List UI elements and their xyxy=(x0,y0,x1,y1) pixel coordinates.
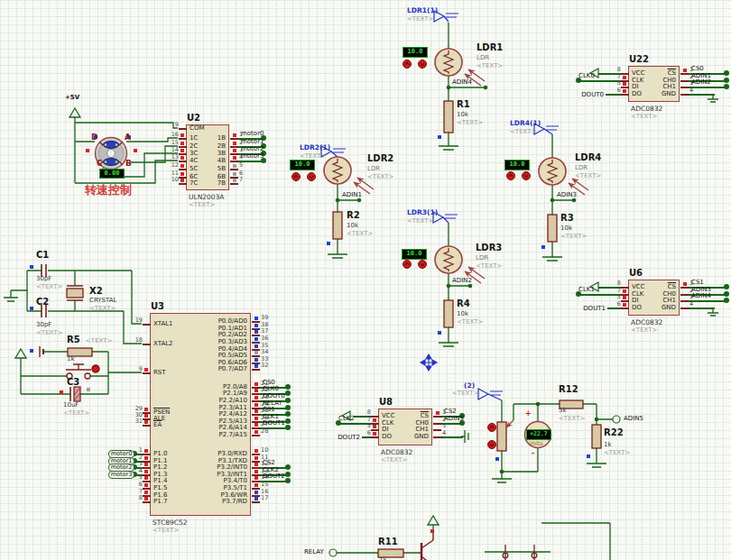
chip-u3[interactable]: U3STC89C52<TEXT>19XTAL118XTAL29RST29PSEN… xyxy=(150,313,251,516)
pin-stub xyxy=(680,80,689,82)
c3-ref: C3 xyxy=(67,377,79,387)
ldr2-light-display: 10.0 xyxy=(290,160,315,170)
terminal-adin5[interactable] xyxy=(613,416,620,423)
pin-name: P1.4 xyxy=(153,477,167,484)
pin-stub xyxy=(143,344,151,345)
pin-state-square xyxy=(254,483,258,487)
ldr4-ref: LDR4 xyxy=(575,152,601,162)
ldr3-adjust-buttons[interactable] xyxy=(403,261,427,269)
net-label: CS1 xyxy=(263,406,275,413)
pin-name: CH1 xyxy=(662,297,676,304)
resistor-r2[interactable] xyxy=(333,212,342,239)
pin-name: P0.5/AD5 xyxy=(218,352,247,359)
pin-state-square xyxy=(254,389,258,392)
ldr1-adjust-buttons[interactable] xyxy=(403,60,427,69)
pin-state-square xyxy=(144,483,148,487)
potentiometer[interactable] xyxy=(497,404,514,451)
pin-number: 6 xyxy=(126,481,143,488)
pin-number: 12 xyxy=(162,161,179,169)
junction-dot xyxy=(285,411,291,417)
pin-state-square xyxy=(233,142,236,145)
resistor-r1[interactable] xyxy=(444,101,453,133)
chip-u6[interactable]: U6ADC0832<TEXT>8VCC7CLKCLK15DI6DODOUT11C… xyxy=(628,280,680,316)
resistor-r4[interactable] xyxy=(444,300,453,327)
terminal-relay[interactable] xyxy=(329,549,337,556)
pin-stub xyxy=(371,436,379,438)
indicator-square xyxy=(541,245,545,249)
pin-number: 37 xyxy=(261,327,277,335)
r5-text: <TEXT> xyxy=(86,337,112,345)
resistor-r22[interactable] xyxy=(592,425,601,448)
ldr2-adjust-buttons[interactable] xyxy=(292,173,316,181)
chip-u22[interactable]: U22ADC0832<TEXT>8VCC7CLKCLK05DI6DODOUT01… xyxy=(628,66,680,102)
pin-name: P1.7 xyxy=(153,498,167,505)
pin-stub xyxy=(230,153,238,155)
r4-text: <TEXT> xyxy=(457,318,483,326)
pin-state-square xyxy=(254,364,258,368)
ldr4-adjust-buttons[interactable] xyxy=(507,172,531,180)
net-label: CLK0 xyxy=(263,385,279,392)
pin-state-square xyxy=(144,420,148,424)
pin-state-square xyxy=(436,411,440,415)
net-label-adin5: ADIN5 xyxy=(624,415,643,423)
pin-state-square xyxy=(144,463,148,466)
pin-state-square xyxy=(144,408,148,411)
chip-text: <TEXT> xyxy=(153,527,179,534)
voltmeter-plus: + xyxy=(525,410,532,418)
pin-name: VCC xyxy=(632,283,645,290)
pin-state-square xyxy=(254,491,258,494)
pin-state-square xyxy=(254,382,258,386)
pin-name: CS xyxy=(668,69,676,77)
pin-state-square xyxy=(254,449,258,453)
r5-ref: R5 xyxy=(67,335,80,344)
ldr2-ref: LDR2 xyxy=(367,153,393,163)
pin-name: COM xyxy=(190,124,204,132)
pin-name: P3.0/RXD xyxy=(217,450,247,457)
net-label: motor1 xyxy=(241,138,264,145)
pin-state-square xyxy=(254,324,258,327)
resistor-r3[interactable] xyxy=(548,215,557,242)
pin-state-square xyxy=(144,497,148,500)
pin-stub xyxy=(680,87,689,88)
capacitor-c2[interactable] xyxy=(42,305,46,317)
relay-pins xyxy=(503,545,537,560)
pin-stub xyxy=(252,335,260,336)
junction-dot xyxy=(724,291,729,297)
pin-state-square xyxy=(144,368,148,372)
pin-number: 4 xyxy=(689,300,706,308)
pin-stub xyxy=(143,481,151,482)
pin-name: P0.2/AD2 xyxy=(218,331,247,338)
net-label: CS1 xyxy=(691,279,704,286)
indicator-square xyxy=(30,265,33,269)
pin-state-square xyxy=(254,344,258,348)
pin-state-square xyxy=(144,491,148,494)
ldr2-photoresistor[interactable] xyxy=(324,157,374,194)
power-arrow-icon xyxy=(15,349,26,358)
junction-dot xyxy=(285,390,291,396)
pin-name: DO xyxy=(632,304,642,311)
r12-text: <TEXT> xyxy=(559,415,585,423)
c2-ref: C2 xyxy=(36,297,49,307)
wire xyxy=(606,94,621,96)
pin-stub xyxy=(680,73,689,75)
junction-dot xyxy=(724,78,729,83)
net-label: DOUT2 xyxy=(263,473,285,480)
chip-u2[interactable]: U2ULN2003A<TEXT>9COM161C152C143C134C125C… xyxy=(186,124,229,190)
capacitor-c3[interactable] xyxy=(70,387,80,401)
pin-number: 8 xyxy=(355,409,371,416)
chip-u8[interactable]: U8ADC0832<TEXT>8VCC7CLKCLK25DI6DODOUT21C… xyxy=(378,409,432,445)
crystal-x2[interactable] xyxy=(67,286,83,300)
pin-state-square xyxy=(254,317,258,320)
voltage-probe-2[interactable] xyxy=(478,389,503,400)
pin-state-square xyxy=(254,396,258,399)
pin-stub xyxy=(621,308,629,309)
pin-stub xyxy=(680,308,689,309)
pin-state-square xyxy=(144,456,148,460)
r4-value: 10k xyxy=(457,310,468,318)
pin-state-square xyxy=(233,133,236,137)
pot-adjust-buttons[interactable] xyxy=(488,424,496,449)
r3-value: 10k xyxy=(560,225,572,233)
transistor[interactable] xyxy=(419,529,433,560)
pin-state-square xyxy=(233,164,236,168)
net-label: CS2 xyxy=(444,408,457,415)
